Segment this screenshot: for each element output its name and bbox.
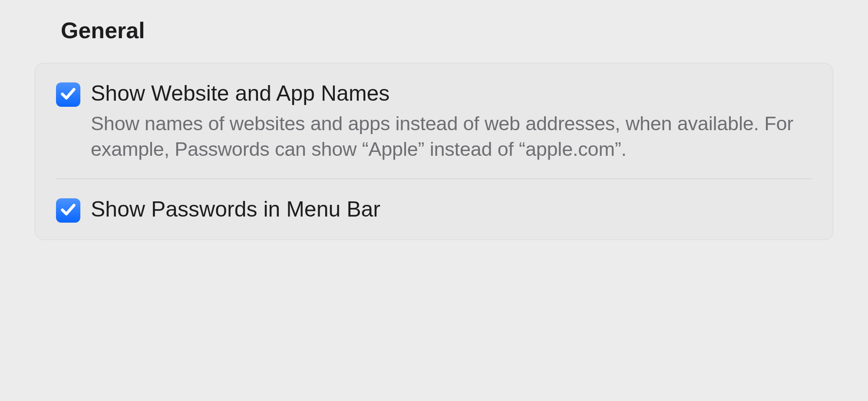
setting-description-show-website-app-names: Show names of websites and apps instead …: [91, 111, 812, 162]
settings-divider: [56, 178, 812, 179]
general-settings-panel: Show Website and App Names Show names of…: [35, 63, 833, 240]
setting-label-show-passwords-menu-bar: Show Passwords in Menu Bar: [91, 196, 812, 223]
checkbox-show-website-app-names[interactable]: [56, 82, 80, 107]
setting-row-show-website-app-names[interactable]: Show Website and App Names Show names of…: [56, 80, 812, 162]
section-title-general: General: [61, 17, 833, 43]
setting-row-show-passwords-menu-bar[interactable]: Show Passwords in Menu Bar: [56, 196, 812, 223]
setting-label-show-website-app-names: Show Website and App Names: [91, 80, 812, 107]
checkmark-icon: [59, 201, 77, 220]
checkmark-icon: [59, 85, 77, 104]
checkbox-show-passwords-menu-bar[interactable]: [56, 198, 80, 223]
